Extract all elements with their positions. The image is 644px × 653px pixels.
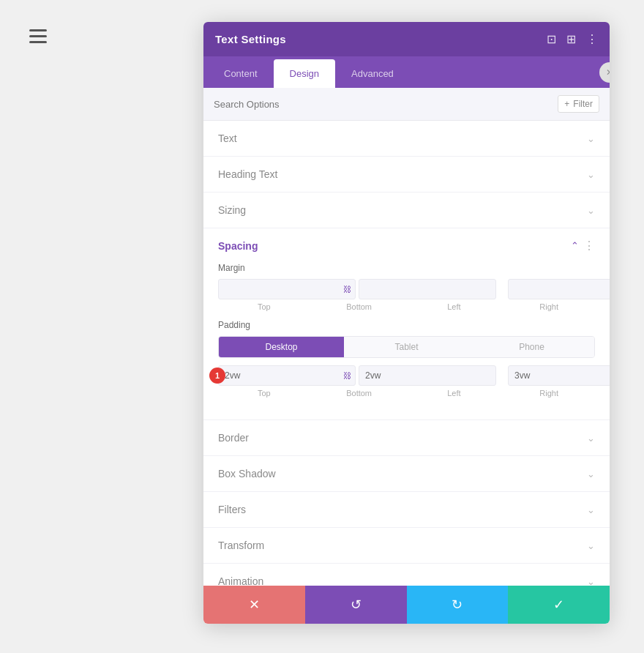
margin-bottom-input[interactable] [359,279,496,299]
search-input[interactable] [214,99,558,110]
padding-tab-tablet[interactable]: Tablet [344,337,469,357]
padding-top-input-wrapper: ⛓ [218,365,356,386]
border-label: Border [218,432,249,444]
box-shadow-section-row[interactable]: Box Shadow ⌄ [203,456,610,492]
transform-label: Transform [218,540,264,551]
transform-chevron-icon: ⌄ [587,540,595,551]
margin-top-input-wrapper: ⛓ [218,279,356,299]
tab-content[interactable]: Content [208,59,274,88]
tab-design[interactable]: Design [274,59,335,88]
sizing-section-row[interactable]: Sizing ⌄ [203,193,610,228]
margin-left-input[interactable] [508,279,610,299]
margin-right-label: Right [503,302,595,311]
heading-text-label: Heading Text [218,168,277,180]
margin-inputs-row: ⛓ ⛓ [218,279,595,299]
save-button[interactable]: ✓ [508,586,610,624]
action-bar: ✕ ↺ ↻ ✓ [203,586,610,624]
tab-advanced[interactable]: Advanced [335,59,410,88]
heading-text-section-row[interactable]: Heading Text ⌄ [203,157,610,193]
filters-label: Filters [218,504,246,515]
close-modal-button[interactable]: ✕ [599,62,610,83]
filters-section-row[interactable]: Filters ⌄ [203,492,610,528]
padding-bottom-label: Bottom [313,389,405,398]
text-section-row[interactable]: Text ⌄ [203,121,610,157]
animation-chevron-icon: ⌄ [587,576,595,586]
margin-left-input-wrapper: ⛓ [508,279,610,299]
padding-bottom-input-wrapper [359,365,496,386]
columns-icon[interactable]: ⊞ [566,32,576,46]
padding-badge: 1 [209,367,225,384]
spacing-title: Spacing [218,240,258,252]
margin-bottom-input-wrapper [359,279,496,299]
modal-content: + Filter Text ⌄ Heading Text ⌄ Sizing ⌄ … [203,88,610,586]
margin-link-icon-left[interactable]: ⛓ [343,285,351,294]
spacing-controls: ⌃ ⋮ [571,239,595,253]
heading-chevron-icon: ⌄ [587,169,595,180]
redo-button[interactable]: ↻ [407,586,509,624]
margin-input-labels: Top Bottom Left Right [218,302,595,311]
filters-chevron-icon: ⌄ [587,504,595,515]
text-chevron-icon: ⌄ [587,133,595,144]
padding-label: Padding [218,320,595,330]
border-section-row[interactable]: Border ⌄ [203,420,610,456]
titlebar-icons: ⊡ ⊞ ⋮ [547,32,598,46]
margin-group: Margin ⛓ ⛓ [218,263,595,311]
padding-tab-desktop[interactable]: Desktop [219,337,344,357]
box-shadow-label: Box Shadow [218,468,276,480]
sizing-label: Sizing [218,204,246,216]
padding-group: Padding Desktop Tablet Phone 1 ⛓ [218,320,595,398]
padding-inputs-row: 1 ⛓ ⛓ [218,365,595,386]
padding-left-input-wrapper: ⛓ [508,365,610,386]
animation-label: Animation [218,575,263,586]
margin-bottom-label: Bottom [313,302,405,311]
padding-top-label: Top [218,389,310,398]
box-shadow-chevron-icon: ⌄ [587,469,595,480]
sizing-chevron-icon: ⌄ [587,205,595,216]
modal-titlebar: Text Settings ⊡ ⊞ ⋮ [203,22,610,56]
spacing-section: Spacing ⌃ ⋮ Margin ⛓ [203,228,610,420]
padding-left-label: Left [408,389,501,398]
border-chevron-icon: ⌄ [587,433,595,444]
padding-input-labels: Top Bottom Left Right [218,389,595,398]
filter-button[interactable]: + Filter [558,95,599,113]
margin-left-label: Left [408,302,501,311]
spacing-more-icon[interactable]: ⋮ [583,239,595,253]
transform-section-row[interactable]: Transform ⌄ [203,528,610,564]
margin-top-input[interactable] [218,279,356,299]
padding-left-input[interactable] [508,365,610,386]
more-icon[interactable]: ⋮ [586,32,598,46]
screen-icon[interactable]: ⊡ [547,32,556,46]
padding-link-icon-left[interactable]: ⛓ [343,371,351,380]
margin-top-label: Top [218,302,310,311]
search-bar: + Filter [203,88,610,121]
padding-top-input[interactable] [218,365,356,386]
filter-plus-icon: + [564,99,569,109]
padding-right-label: Right [503,389,595,398]
cancel-button[interactable]: ✕ [203,586,305,624]
padding-responsive-tabs: Desktop Tablet Phone [218,336,595,358]
padding-bottom-input[interactable] [359,365,496,386]
hamburger-menu[interactable] [29,29,47,43]
filter-label: Filter [573,99,593,109]
modal-title: Text Settings [215,33,286,45]
undo-button[interactable]: ↺ [305,586,407,624]
padding-tab-phone[interactable]: Phone [469,337,594,357]
spacing-header: Spacing ⌃ ⋮ [218,239,595,253]
tabs-row: Content Design Advanced ✕ [203,56,610,88]
margin-label: Margin [218,263,595,273]
spacing-collapse-icon[interactable]: ⌃ [571,240,579,251]
animation-section-row[interactable]: Animation ⌄ [203,564,610,586]
text-section-label: Text [218,133,237,144]
text-settings-modal: Text Settings ⊡ ⊞ ⋮ Content Design Advan… [203,22,610,624]
